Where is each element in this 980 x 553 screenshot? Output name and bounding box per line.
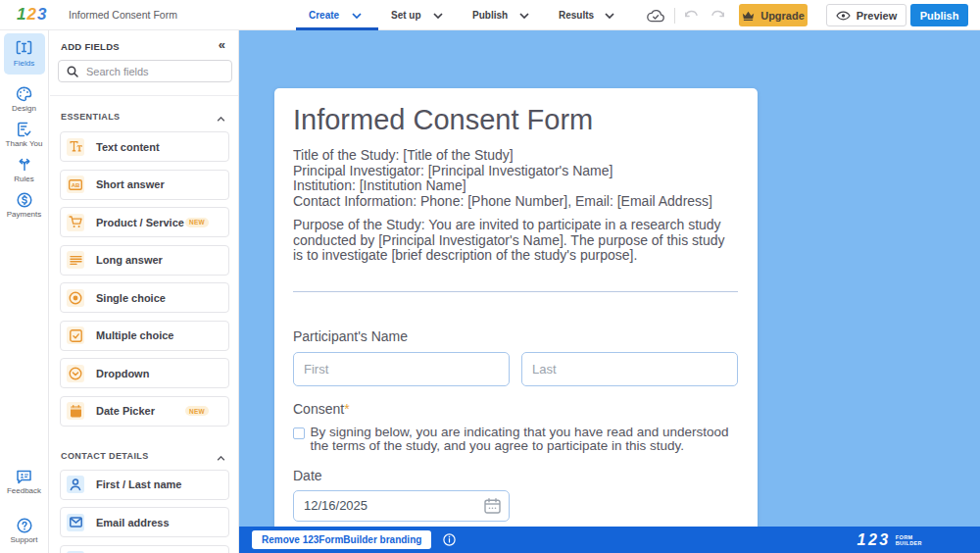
nav-set-up[interactable]: Set up — [378, 0, 460, 30]
search-fields-box — [58, 60, 232, 82]
chevron-down-icon — [605, 13, 614, 19]
form-canvas: Informed Consent Form Title of the Study… — [239, 30, 980, 553]
form-divider — [293, 291, 738, 292]
document-title: Informed Consent Form — [69, 9, 177, 21]
undo-icon[interactable] — [684, 10, 700, 22]
rail-item-design[interactable]: Design — [4, 78, 45, 114]
search-fields-input[interactable] — [86, 66, 223, 77]
chevron-up-icon — [217, 447, 225, 465]
svg-text:AB: AB — [72, 181, 80, 187]
rail-item-fields[interactable]: Fields — [4, 33, 45, 75]
field-item-single-choice[interactable]: Single choice — [60, 282, 229, 313]
payments-icon — [17, 191, 32, 208]
field-item-short-answer[interactable]: AB Short answer — [60, 170, 229, 200]
date-picker-icon — [67, 402, 84, 420]
form-builder-app: 123 Informed Consent Form Create Set up … — [0, 0, 980, 553]
date-field — [293, 490, 510, 522]
required-asterisk: * — [344, 401, 349, 417]
long-answer-icon — [67, 251, 84, 269]
add-fields-panel: ADD FIELDS « ESSENTIALS Text content — [50, 30, 239, 553]
form-card[interactable]: Informed Consent Form Title of the Study… — [274, 88, 758, 553]
consent-row: By signing below, you are indicating tha… — [293, 426, 738, 453]
eye-icon — [836, 11, 851, 21]
chevron-up-icon — [217, 108, 225, 126]
first-name-input[interactable] — [293, 352, 510, 386]
dropdown-icon — [67, 365, 84, 382]
nav-publish[interactable]: Publish — [460, 0, 546, 30]
rail-item-payments[interactable]: Payments — [4, 184, 45, 220]
fields-icon — [16, 39, 32, 56]
date-label: Date — [293, 468, 322, 483]
essentials-items: Text content AB Short answer Product / S… — [50, 124, 238, 427]
field-item-first-last-name[interactable]: First / Last name — [60, 470, 229, 500]
preview-button[interactable]: Preview — [826, 4, 906, 26]
cloud-saved-icon — [647, 9, 664, 23]
section-header-contact-details[interactable]: CONTACT DETAILS — [50, 449, 238, 463]
divider — [674, 8, 675, 24]
field-item-date-picker[interactable]: Date Picker NEW — [60, 396, 229, 427]
field-item-long-answer[interactable]: Long answer — [60, 245, 229, 276]
panel-scroll-area[interactable]: ESSENTIALS Text content AB Short answer — [50, 96, 238, 553]
branding-bar: Remove 123FormBuilder branding 123 FORMB… — [239, 527, 980, 553]
thank-you-icon — [17, 121, 31, 137]
study-info-text: Title of the Study: [Title of the Study]… — [293, 148, 712, 209]
nav-results[interactable]: Results — [546, 0, 631, 30]
left-rail: Fields Design Thank You Rules Payments — [0, 30, 49, 553]
feedback-icon — [16, 468, 32, 484]
section-header-essentials[interactable]: ESSENTIALS — [50, 110, 238, 124]
product-service-icon — [67, 214, 84, 231]
support-icon — [17, 517, 32, 533]
chevron-down-icon — [519, 13, 529, 19]
single-choice-icon — [67, 289, 84, 307]
consent-label: Consent* — [293, 401, 350, 417]
field-item-email-address[interactable]: Email address — [60, 507, 229, 537]
field-item-partial[interactable] — [60, 545, 229, 553]
participants-name-label: Participant's Name — [293, 328, 408, 344]
consent-text: By signing below, you are indicating tha… — [311, 426, 729, 453]
rail-item-rules[interactable]: Rules — [4, 149, 45, 184]
info-icon[interactable] — [443, 533, 456, 546]
collapse-panel-icon[interactable]: « — [219, 38, 225, 52]
field-item-multiple-choice[interactable]: Multiple choice — [60, 321, 229, 351]
new-badge: NEW — [185, 218, 209, 227]
email-address-icon — [67, 514, 84, 531]
nav-create[interactable]: Create — [296, 0, 378, 30]
rules-icon — [17, 156, 32, 173]
remove-branding-button[interactable]: Remove 123FormBuilder branding — [252, 530, 431, 549]
rail-item-thank-you[interactable]: Thank You — [4, 114, 45, 149]
field-item-text-content[interactable]: Text content — [60, 131, 229, 162]
form-card-content: Informed Consent Form Title of the Study… — [293, 88, 739, 553]
panel-title: ADD FIELDS — [61, 41, 120, 52]
field-item-dropdown[interactable]: Dropdown — [60, 358, 229, 388]
design-icon — [16, 85, 32, 102]
short-answer-icon: AB — [67, 176, 84, 193]
first-last-name-icon — [67, 476, 84, 493]
publish-button[interactable]: Publish — [910, 4, 968, 26]
crown-icon — [742, 11, 755, 21]
redo-icon[interactable] — [710, 10, 725, 22]
search-icon — [67, 66, 78, 77]
contact-details-items: First / Last name Email address — [50, 463, 238, 553]
study-purpose-text: Purpose of the Study: You are invited to… — [293, 218, 725, 264]
consent-checkbox[interactable] — [293, 427, 305, 439]
field-item-product-service[interactable]: Product / Service NEW — [60, 207, 229, 237]
rail-item-feedback[interactable]: Feedback — [4, 461, 45, 496]
rail-item-support[interactable]: Support — [4, 510, 45, 545]
chevron-down-icon — [352, 13, 362, 19]
form-title: Informed Consent Form — [293, 103, 593, 136]
top-bar: 123 Informed Consent Form Create Set up … — [0, 0, 980, 30]
chevron-down-icon — [433, 13, 443, 19]
app-logo[interactable]: 123 — [17, 5, 47, 25]
multiple-choice-icon — [67, 327, 84, 344]
formbuilder-brand-logo: 123 FORMBUILDER — [858, 532, 922, 548]
top-actions: Upgrade Preview Publish — [647, 0, 968, 30]
text-content-icon — [67, 138, 84, 156]
new-badge: NEW — [185, 406, 209, 416]
name-inputs-row — [293, 352, 738, 386]
last-name-input[interactable] — [521, 352, 738, 386]
upgrade-button[interactable]: Upgrade — [739, 4, 808, 26]
date-input[interactable] — [293, 490, 510, 522]
